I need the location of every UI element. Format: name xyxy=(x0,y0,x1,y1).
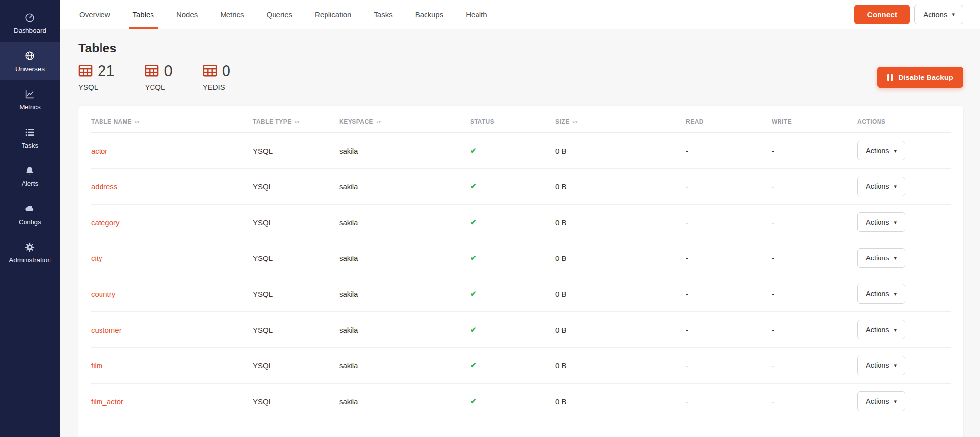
table-type-value: YSQL xyxy=(253,326,339,334)
table-grid-icon xyxy=(203,65,217,78)
sidebar-item-label: Dashboard xyxy=(14,27,46,34)
row-actions-button[interactable]: Actions ▾ xyxy=(857,248,905,268)
row-actions-button[interactable]: Actions ▾ xyxy=(857,177,905,196)
topbar-buttons: Connect Actions ▾ xyxy=(854,0,963,29)
col-header-label: TABLE NAME xyxy=(91,118,132,125)
sort-icon[interactable]: ▴▾ xyxy=(295,119,300,124)
table-count-stat: 21 YSQL xyxy=(78,63,114,91)
universes-icon xyxy=(25,50,35,61)
sidebar-item-dashboard[interactable]: Dashboard xyxy=(0,4,60,42)
table-name-link[interactable]: film_actor xyxy=(91,397,123,406)
stat-label: YSQL xyxy=(78,83,114,91)
universe-topbar: OverviewTablesNodesMetricsQueriesReplica… xyxy=(60,0,980,29)
col-header-label: ACTIONS xyxy=(857,118,886,125)
disable-backup-button[interactable]: Disable Backup xyxy=(877,67,963,88)
sidebar-item-label: Configs xyxy=(19,218,41,226)
table-name-link[interactable]: film xyxy=(91,361,102,370)
col-header-keyspace[interactable]: KEYSPACE ▴▾ xyxy=(339,118,470,125)
nav-tab[interactable]: Nodes xyxy=(176,0,199,29)
keyspace-value: sakila xyxy=(339,182,470,191)
sidebar-item-tasks[interactable]: Tasks xyxy=(0,119,60,157)
row-actions-button[interactable]: Actions ▾ xyxy=(857,391,905,411)
table-name-link[interactable]: category xyxy=(91,218,120,227)
nav-tab[interactable]: Tables xyxy=(132,0,155,29)
size-value: 0 B xyxy=(555,326,686,334)
table-row: category YSQL sakila ✔ 0 B - - xyxy=(91,205,951,240)
table-row: address YSQL sakila ✔ 0 B - - xyxy=(91,169,951,205)
caret-down-icon: ▾ xyxy=(894,363,897,368)
col-header-table-type[interactable]: TABLE TYPE ▴▾ xyxy=(253,118,339,125)
table-name-link[interactable]: address xyxy=(91,182,117,191)
table-type-value: YSQL xyxy=(253,254,339,262)
sort-icon[interactable]: ▴▾ xyxy=(135,119,140,124)
write-value: - xyxy=(772,326,857,334)
table-type-value: YSQL xyxy=(253,182,339,191)
col-header-size[interactable]: SIZE ▴▾ xyxy=(555,118,686,125)
col-header-status: STATUS xyxy=(470,118,555,125)
row-actions-button[interactable]: Actions ▾ xyxy=(857,212,905,232)
write-value: - xyxy=(772,361,857,370)
size-value: 0 B xyxy=(555,147,686,155)
write-value: - xyxy=(772,218,857,227)
col-header-read: READ xyxy=(686,118,772,125)
table-grid-icon xyxy=(145,65,159,78)
table-count-stat: 0 YCQL xyxy=(145,63,172,91)
row-actions-button[interactable]: Actions ▾ xyxy=(857,356,905,375)
row-actions-button[interactable]: Actions ▾ xyxy=(857,284,905,304)
connect-button[interactable]: Connect xyxy=(854,5,910,24)
universe-actions-button[interactable]: Actions ▾ xyxy=(914,5,963,24)
caret-down-icon: ▾ xyxy=(894,256,897,261)
table-type-value: YSQL xyxy=(253,361,339,370)
row-actions-button[interactable]: Actions ▾ xyxy=(857,320,905,339)
sidebar-item-configs[interactable]: Configs xyxy=(0,195,60,233)
administration-icon xyxy=(25,241,35,253)
table-name-link[interactable]: customer xyxy=(91,326,122,334)
size-value: 0 B xyxy=(555,254,686,262)
table-count-stat: 0 YEDIS xyxy=(203,63,230,91)
nav-tab[interactable]: Queries xyxy=(266,0,294,29)
caret-down-icon: ▾ xyxy=(894,220,897,225)
tasks-icon xyxy=(25,127,35,138)
sidebar-item-administration[interactable]: Administration xyxy=(0,233,60,272)
keyspace-value: sakila xyxy=(339,361,470,370)
table-row: customer YSQL sakila ✔ 0 B - - xyxy=(91,312,951,348)
col-header-write: WRITE xyxy=(772,118,857,125)
stat-label: YCQL xyxy=(145,83,172,91)
sidebar-item-label: Tasks xyxy=(22,142,39,149)
sidebar-item-metrics[interactable]: Metrics xyxy=(0,80,60,119)
table-count-stats: 21 YSQL xyxy=(78,63,261,91)
nav-tab[interactable]: Tasks xyxy=(373,0,393,29)
table-name-link[interactable]: actor xyxy=(91,147,107,155)
pause-icon xyxy=(887,74,893,81)
page-title: Tables xyxy=(78,41,963,55)
stat-label: YEDIS xyxy=(203,83,230,91)
table-type-value: YSQL xyxy=(253,147,339,155)
read-value: - xyxy=(686,361,772,370)
sort-icon[interactable]: ▴▾ xyxy=(376,119,381,124)
table-row: country YSQL sakila ✔ 0 B - - xyxy=(91,276,951,312)
table-name-link[interactable]: country xyxy=(91,290,115,298)
keyspace-value: sakila xyxy=(339,218,470,227)
tables-summary-row: 21 YSQL xyxy=(78,63,963,91)
nav-tab[interactable]: Health xyxy=(465,0,488,29)
row-actions-label: Actions xyxy=(866,326,889,334)
sidebar-item-alerts[interactable]: Alerts xyxy=(0,157,60,195)
nav-tab[interactable]: Backups xyxy=(414,0,445,29)
col-header-table-name[interactable]: TABLE NAME ▴▾ xyxy=(91,118,253,125)
keyspace-value: sakila xyxy=(339,397,470,406)
nav-tab[interactable]: Metrics xyxy=(219,0,245,29)
nav-tab[interactable]: Overview xyxy=(78,0,111,29)
table-name-link[interactable]: city xyxy=(91,254,102,262)
table-header-row: TABLE NAME ▴▾ TABLE TYPE ▴▾ KEYSPACE ▴▾ … xyxy=(91,106,951,133)
row-actions-label: Actions xyxy=(866,147,889,154)
universe-tabs: OverviewTablesNodesMetricsQueriesReplica… xyxy=(78,0,854,29)
sidebar-item-universes[interactable]: Universes xyxy=(0,42,60,80)
col-header-label: SIZE xyxy=(555,118,570,125)
keyspace-value: sakila xyxy=(339,147,470,155)
size-value: 0 B xyxy=(555,361,686,370)
nav-tab[interactable]: Replication xyxy=(314,0,352,29)
row-actions-button[interactable]: Actions ▾ xyxy=(857,141,905,160)
sort-icon[interactable]: ▴▾ xyxy=(573,119,578,124)
table-grid-icon xyxy=(78,65,93,78)
caret-down-icon: ▾ xyxy=(894,399,897,404)
